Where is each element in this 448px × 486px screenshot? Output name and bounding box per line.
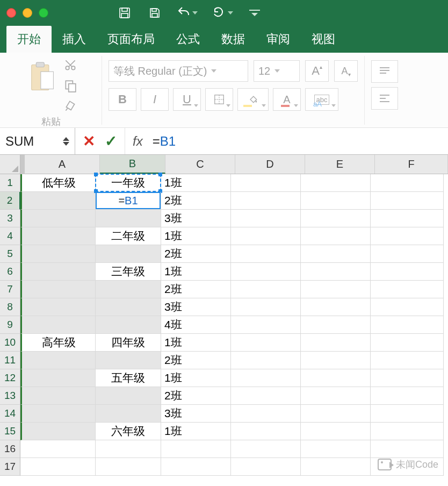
cell-e9[interactable] — [301, 316, 371, 334]
name-box-stepper[interactable] — [63, 137, 69, 146]
cell-f8[interactable] — [371, 298, 444, 316]
formula-cancel-button[interactable]: ✕ — [83, 132, 95, 150]
cell-c1[interactable]: 1班 — [161, 174, 231, 192]
format-painter-icon[interactable] — [63, 99, 77, 115]
cell-a7[interactable] — [20, 281, 96, 298]
cell-c2[interactable]: 2班 — [161, 192, 231, 210]
paste-button[interactable] — [25, 58, 59, 97]
cell-f5[interactable] — [371, 245, 444, 263]
cell-a10[interactable]: 高年级 — [20, 334, 96, 352]
italic-button[interactable]: I — [141, 88, 169, 111]
cell-c17[interactable] — [161, 458, 231, 476]
cell-e15[interactable] — [301, 423, 371, 440]
cell-a6[interactable] — [20, 263, 96, 281]
align-left-button[interactable] — [371, 87, 398, 110]
cell-f10[interactable] — [371, 334, 444, 352]
row-header-11[interactable]: 11 — [0, 352, 20, 369]
cell-f1[interactable] — [371, 174, 444, 192]
row-header-12[interactable]: 12 — [0, 369, 20, 387]
cell-d12[interactable] — [231, 369, 301, 387]
fill-color-button[interactable] — [237, 88, 269, 111]
increase-font-button[interactable]: A▴ — [305, 60, 329, 82]
cell-a2[interactable] — [20, 192, 96, 210]
cell-b6[interactable]: 三年级 — [96, 263, 161, 281]
undo-button[interactable] — [177, 5, 198, 20]
cell-d8[interactable] — [231, 298, 301, 316]
bold-button[interactable]: B — [109, 88, 136, 111]
cell-e1[interactable] — [301, 174, 371, 192]
cell-d10[interactable] — [231, 334, 301, 352]
maximize-window-button[interactable] — [39, 8, 48, 18]
cell-c15[interactable]: 1班 — [161, 423, 231, 440]
fx-icon[interactable]: fx — [125, 134, 150, 149]
cell-c6[interactable]: 1班 — [161, 263, 231, 281]
column-header-e[interactable]: E — [305, 155, 375, 174]
cell-d4[interactable] — [231, 227, 301, 245]
cell-e17[interactable] — [301, 458, 371, 476]
row-header-5[interactable]: 5 — [0, 245, 20, 263]
cell-f9[interactable] — [371, 316, 444, 334]
cell-a16[interactable] — [20, 440, 96, 458]
cell-d7[interactable] — [231, 281, 301, 298]
cell-f12[interactable] — [371, 369, 444, 387]
cell-b12[interactable]: 五年级 — [96, 369, 161, 387]
cell-b14[interactable] — [96, 405, 161, 423]
row-header-7[interactable]: 7 — [0, 281, 20, 298]
row-header-8[interactable]: 8 — [0, 298, 20, 316]
cell-a13[interactable] — [20, 387, 96, 405]
cell-b10[interactable]: 四年级 — [96, 334, 161, 352]
tab-formulas[interactable]: 公式 — [165, 26, 211, 53]
cell-b15[interactable]: 六年级 — [96, 423, 161, 440]
font-name-combo[interactable]: 等线 Regular (正文) — [109, 60, 248, 82]
cell-b11[interactable] — [96, 352, 161, 369]
cell-a5[interactable] — [20, 245, 96, 263]
cell-e12[interactable] — [301, 369, 371, 387]
borders-button[interactable] — [205, 88, 233, 111]
cell-b16[interactable] — [96, 440, 161, 458]
cell-e5[interactable] — [301, 245, 371, 263]
cell-d13[interactable] — [231, 387, 301, 405]
cell-d15[interactable] — [231, 423, 301, 440]
row-header-2[interactable]: 2 — [0, 192, 20, 210]
autosave-icon[interactable] — [117, 5, 132, 20]
cell-e8[interactable] — [301, 298, 371, 316]
tab-review[interactable]: 审阅 — [256, 26, 301, 53]
undo-dropdown-icon[interactable] — [192, 11, 198, 15]
cell-f14[interactable] — [371, 405, 444, 423]
row-header-1[interactable]: 1 — [0, 174, 20, 192]
cell-f15[interactable] — [371, 423, 444, 440]
cell-f13[interactable] — [371, 387, 444, 405]
cell-c9[interactable]: 4班 — [161, 316, 231, 334]
decrease-font-button[interactable]: A▾ — [334, 60, 358, 82]
cell-f11[interactable] — [371, 352, 444, 369]
column-header-c[interactable]: C — [165, 155, 235, 174]
cell-d16[interactable] — [231, 440, 301, 458]
cell-c7[interactable]: 2班 — [161, 281, 231, 298]
underline-button[interactable]: U — [173, 88, 201, 111]
tab-page-layout[interactable]: 页面布局 — [97, 26, 165, 53]
cell-d9[interactable] — [231, 316, 301, 334]
qat-customize-icon[interactable] — [248, 5, 261, 20]
cell-c13[interactable]: 2班 — [161, 387, 231, 405]
row-header-9[interactable]: 9 — [0, 316, 20, 334]
row-header-17[interactable]: 17 — [0, 458, 20, 476]
cell-c10[interactable]: 1班 — [161, 334, 231, 352]
cell-a17[interactable] — [20, 458, 96, 476]
cell-b17[interactable] — [96, 458, 161, 476]
cell-e13[interactable] — [301, 387, 371, 405]
cell-b8[interactable] — [96, 298, 161, 316]
cell-e6[interactable] — [301, 263, 371, 281]
name-box[interactable]: SUM — [0, 128, 75, 154]
row-header-6[interactable]: 6 — [0, 263, 20, 281]
cell-b2[interactable]: =B1 — [96, 192, 161, 210]
cell-e11[interactable] — [301, 352, 371, 369]
cell-f6[interactable] — [371, 263, 444, 281]
cell-f2[interactable] — [371, 192, 444, 210]
cell-c14[interactable]: 3班 — [161, 405, 231, 423]
cell-f4[interactable] — [371, 227, 444, 245]
phonetic-guide-button[interactable]: abcaA — [305, 88, 338, 111]
cell-c4[interactable]: 1班 — [161, 227, 231, 245]
cell-a12[interactable] — [20, 369, 96, 387]
row-header-14[interactable]: 14 — [0, 405, 20, 423]
row-header-4[interactable]: 4 — [0, 227, 20, 245]
